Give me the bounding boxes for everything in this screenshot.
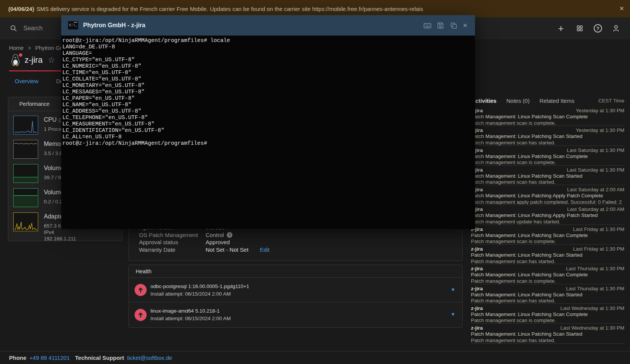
- expand-caret-icon[interactable]: ▼: [450, 311, 455, 317]
- activity-description: Patch management scan has started.: [471, 179, 624, 185]
- health-list: odbc-postgresql 1:16.00.0005-1.pgdg110+1…: [129, 278, 462, 327]
- favorite-star-icon[interactable]: ☆: [48, 56, 55, 64]
- terminal-line: LC_ADDRESS="en_US.UTF-8": [62, 108, 475, 115]
- activity-entry: z-jira Last Friday at 1:30 PM Patch Mana…: [471, 225, 624, 245]
- terminal-modal: C:\_ Phytron GmbH - z-jira × root@z-jira…: [61, 15, 475, 229]
- activity-device: z-jira: [471, 305, 483, 311]
- terminal-line: LC_MESSAGES="en_US.UTF-8": [62, 89, 475, 95]
- activity-description: Patch management scan is complete.: [471, 318, 624, 324]
- activity-entry: z-jira Last Wednesday at 1:30 PM Patch M…: [471, 304, 624, 324]
- activity-device: z-jira: [471, 285, 483, 292]
- apps-grid-icon[interactable]: [575, 23, 585, 33]
- activity-title: Patch Management: Linux Patching Scan Co…: [471, 114, 624, 120]
- terminal-titlebar[interactable]: C:\_ Phytron GmbH - z-jira ×: [61, 15, 475, 36]
- support-email-link[interactable]: ticket@softbox.de: [127, 355, 172, 361]
- activity-entry: z-jira Yesterday at 1:30 PM Patch Manage…: [471, 126, 624, 146]
- activity-description: Patch management scan is complete.: [471, 160, 624, 166]
- activity-time: Last Friday at 1:30 PM: [573, 226, 624, 232]
- activity-device: z-jira: [471, 265, 483, 272]
- activity-time: Last Saturday at 2:00 AM: [567, 186, 624, 193]
- terminal-line: LC_NUMERIC="en_US.UTF-8": [62, 63, 475, 70]
- health-item-texts: odbc-postgresql 1:16.00.0005-1.pgdg110+1…: [150, 283, 249, 297]
- activity-entry: z-jira Last Saturday at 1:30 PM Patch Ma…: [471, 166, 624, 185]
- activity-time: Last Thursday at 1:30 PM: [566, 285, 624, 292]
- phone-link[interactable]: +49 89 4111201: [29, 355, 70, 361]
- terminal-line: LC_IDENTIFICATION="en_US.UTF-8": [62, 127, 475, 134]
- activity-time: Last Friday at 1:30 PM: [573, 246, 624, 252]
- device-title: z-jira: [25, 55, 43, 65]
- tab-overview[interactable]: Overview: [15, 78, 39, 87]
- activity-title: Patch Management: Linux Patching Scan St…: [471, 173, 624, 180]
- linux-penguin-icon: [10, 54, 22, 67]
- terminal-line: LANG=de_DE.UTF-8: [62, 44, 475, 50]
- tab-related-items[interactable]: Related Items: [539, 98, 574, 104]
- activity-entry: z-jira Last Saturday at 2:00 AM Patch Ma…: [471, 185, 624, 205]
- activity-time: Yesterday at 1:30 PM: [576, 107, 624, 114]
- terminal-body[interactable]: root@z-jira:/opt/NinjaRMMAgent/programfi…: [61, 36, 475, 229]
- detail-value: Control: [206, 232, 224, 238]
- copy-icon[interactable]: [450, 21, 458, 29]
- adapter-sparkline-chart: [13, 212, 38, 231]
- activity-time: Last Saturday at 2:00 AM: [567, 206, 624, 212]
- tab-activities[interactable]: Activities: [471, 98, 497, 104]
- health-item: linux-image-amd64 5.10.218-1 Install att…: [129, 302, 462, 327]
- add-icon[interactable]: +: [556, 23, 566, 33]
- install-attempt: Install attempt: 06/15/2024 2:00 AM: [150, 291, 249, 297]
- footer: Phone +49 89 4111201 Technical Support t…: [0, 351, 630, 364]
- activity-time: Last Thursday at 1:30 PM: [566, 265, 624, 272]
- save-icon[interactable]: [437, 21, 445, 29]
- activity-entry: z-jira Last Thursday at 1:30 PM Patch Ma…: [471, 264, 624, 284]
- activity-title: Patch Management: Linux Patching Scan St…: [471, 133, 624, 140]
- activity-entry: z-jira Last Thursday at 1:30 PM Patch Ma…: [471, 284, 624, 304]
- terminal-close-icon[interactable]: ×: [463, 22, 467, 29]
- activity-description: Patch management scan is complete.: [471, 278, 624, 284]
- phone-label: Phone: [9, 355, 26, 361]
- timezone-label: CEST Time: [598, 98, 624, 104]
- search-icon: [10, 25, 17, 32]
- detail-label: OS Patch Management: [139, 232, 206, 238]
- banner-close-icon[interactable]: ×: [619, 3, 624, 13]
- keyboard-icon[interactable]: [423, 21, 432, 29]
- terminal-app-icon: C:\_: [68, 21, 78, 29]
- terminal-line: root@z-jira:/opt/NinjaRMMAgent/programfi…: [62, 37, 475, 44]
- cpu-sparkline-chart: [13, 116, 38, 135]
- activity-title: Patch Management: Linux Patching Scan St…: [471, 292, 624, 298]
- app-root: (04/06/24) SMS delivery service is degra…: [0, 0, 630, 364]
- performance-label: CPU: [44, 116, 57, 123]
- support-label: Technical Support: [75, 355, 124, 361]
- detail-row: Approval status Approved: [139, 239, 269, 246]
- info-icon[interactable]: i: [227, 232, 232, 238]
- activity-description: Patch management scan is complete.: [471, 120, 624, 126]
- health-header: Health: [129, 265, 462, 278]
- volume-sparkline-chart: [13, 188, 38, 207]
- search-input[interactable]: Search: [10, 25, 43, 32]
- user-icon[interactable]: [611, 23, 621, 33]
- activity-description: Patch management scan has started.: [471, 338, 624, 344]
- activity-entry: z-jira Last Wednesday at 1:30 PM Patch M…: [471, 324, 624, 343]
- activity-title: Patch Management: Linux Patching Scan Co…: [471, 272, 624, 278]
- activity-title: Patch Management: Linux Patching Scan St…: [471, 252, 624, 259]
- terminal-actions: ×: [423, 21, 467, 29]
- search-placeholder: Search: [23, 25, 43, 32]
- activity-description: Patch management scan has started.: [471, 140, 624, 146]
- activity-description: Patch management scan has started.: [471, 298, 624, 304]
- activity-title: Patch Management: Linux Patching Scan Co…: [471, 311, 624, 318]
- breadcrumb-home[interactable]: Home: [9, 45, 24, 51]
- terminal-line: LC_TIME="en_US.UTF-8": [62, 70, 475, 76]
- activity-entry: z-jira Yesterday at 1:30 PM Patch Manage…: [471, 106, 624, 126]
- activity-time: Last Wednesday at 1:30 PM: [560, 325, 624, 331]
- help-icon[interactable]: ?: [594, 24, 602, 33]
- edit-warranty-link[interactable]: Edit: [260, 246, 269, 253]
- activity-title: Patch Management: Linux Patching Scan St…: [471, 331, 624, 338]
- terminal-line: LC_TELEPHONE="en_US.UTF-8": [62, 115, 475, 121]
- memory-sparkline-chart: [13, 140, 38, 159]
- activity-device: z-jira: [471, 246, 483, 252]
- banner-message: SMS delivery service is degraded for the…: [36, 6, 423, 12]
- detail-row: Warranty Date Not Set - Not SetEdit: [139, 246, 269, 254]
- activities-list: z-jira Yesterday at 1:30 PM Patch Manage…: [471, 106, 624, 344]
- activity-description: Patch management scan is complete.: [471, 239, 624, 245]
- patch-name: odbc-postgresql 1:16.00.0005-1.pgdg110+1: [150, 283, 249, 289]
- tab-notes-0[interactable]: Notes (0): [506, 98, 530, 104]
- expand-caret-icon[interactable]: ▼: [450, 287, 455, 293]
- activity-description: Patch management scan has started.: [471, 259, 624, 265]
